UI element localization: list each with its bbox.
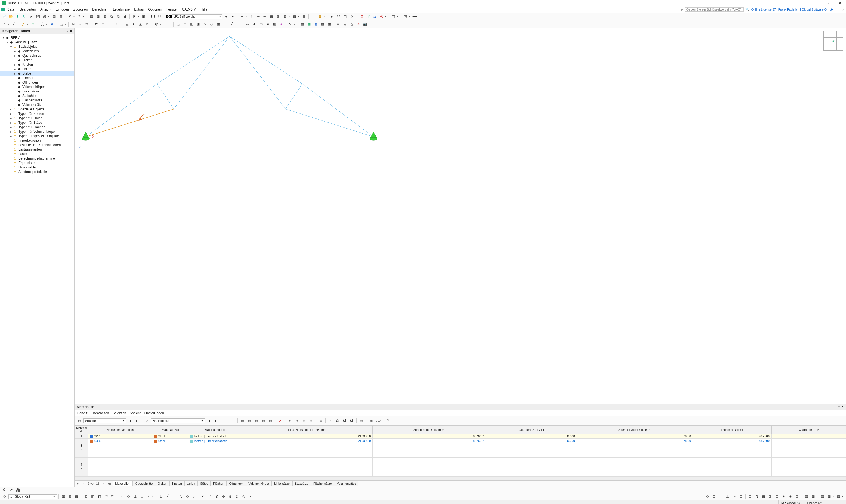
render2-icon[interactable]: ◳ (402, 13, 409, 20)
tree-item[interactable]: ▸🗀Typen für Volumenkörper (0, 129, 74, 134)
tab-querschnitte[interactable]: Querschnitte (133, 481, 155, 486)
lt8-icon[interactable]: ⇤ (287, 418, 293, 424)
tree-item[interactable]: ▸🗀Typen für spezielle Objekte (0, 134, 74, 138)
rotate-tool-icon[interactable]: ↻ (84, 21, 90, 27)
lt-fx-icon[interactable]: fx (335, 418, 341, 424)
col-nr[interactable]: Material Nr. (75, 426, 88, 434)
copy-icon[interactable]: ⎘ (28, 13, 34, 20)
tab-volumenkörper[interactable]: Volumenkörper (246, 481, 272, 486)
render1-icon[interactable]: ◫ (390, 13, 396, 20)
redo-icon[interactable]: ↷ (76, 13, 83, 20)
lt9-icon[interactable]: ⇥ (294, 418, 300, 424)
tree-file[interactable]: 2422.rf6 | Test (15, 40, 37, 44)
basis-select[interactable]: Basisobjekte▾ (151, 418, 205, 423)
tree-root[interactable]: RFEM (11, 36, 20, 40)
snap14-icon[interactable]: ⊙ (220, 493, 227, 500)
tab-stäbe[interactable]: Stäbe (198, 481, 211, 486)
opening-icon[interactable]: ◯ (39, 21, 45, 27)
bt4-icon[interactable]: ⊡ (83, 493, 89, 500)
snap16-icon[interactable]: ⊗ (234, 493, 240, 500)
tree-item-linien[interactable]: ▸◆Linien (0, 67, 74, 71)
material-grid[interactable]: Material Nr. Name des Materials Material… (75, 426, 846, 476)
tab-prev-icon[interactable]: ◂ (81, 482, 86, 486)
bt6-icon[interactable]: ◧ (96, 493, 102, 500)
bt-r9-icon[interactable]: ⊞ (760, 493, 767, 500)
lt-fx3-icon[interactable]: fẋ (348, 418, 355, 424)
check4-icon[interactable]: ✕ (355, 21, 362, 27)
bt-r6-icon[interactable]: ⊡ (738, 493, 744, 500)
lower-close-icon[interactable]: ✕ (841, 405, 844, 409)
mesh2-icon[interactable]: ▦ (306, 21, 312, 27)
tool-m7-icon[interactable]: ⊥ (222, 21, 228, 27)
bt3-icon[interactable]: ⊟ (73, 493, 79, 500)
snap10-icon[interactable]: ↗ (191, 493, 197, 500)
load-n7-icon[interactable]: ● (278, 21, 284, 27)
snap8-icon[interactable]: ╲ (178, 493, 184, 500)
lt-num-icon[interactable]: 0.00 (375, 418, 381, 424)
loads1-icon[interactable]: ⬇⬇ (150, 13, 156, 20)
tree-item[interactable]: 🗀Lastfälle und Kombinationen (0, 143, 74, 147)
snap12-icon[interactable]: ◠ (207, 493, 213, 500)
keyword-search[interactable]: Geben Sie ein Schlüsselwort ein (Alt+Q) (685, 7, 744, 12)
panel-close-icon[interactable]: ✕ (70, 29, 72, 33)
bt2-icon[interactable]: ⊞ (67, 493, 73, 500)
snap5-icon[interactable]: ⟋ (146, 493, 152, 500)
bt-r5-icon[interactable]: 〜 (731, 493, 737, 500)
tree-item-stabsätze[interactable]: ◆Stabsätze (0, 94, 74, 98)
window1-icon[interactable]: ⧉ (108, 13, 114, 20)
lt12-icon[interactable]: ▭ (318, 418, 324, 424)
bt5-icon[interactable]: ◫ (89, 493, 95, 500)
close-button[interactable]: ✕ (833, 0, 846, 6)
lmenu-einstellungen[interactable]: Einstellungen (144, 411, 164, 415)
tab-stabsätze[interactable]: Stabsätze (292, 481, 311, 486)
bt-r12-icon[interactable]: ✦ (780, 493, 787, 500)
loadcase-select[interactable]: LF1 Self-weight▾ (172, 14, 222, 19)
mesh5-icon[interactable]: ▦ (326, 21, 332, 27)
grid-h-scrollbar[interactable] (75, 476, 846, 480)
menu-hilfe[interactable]: Hilfe (198, 7, 210, 12)
load-n2-icon[interactable]: ⇊ (245, 21, 251, 27)
zoom-fit-icon[interactable]: ⛶ (310, 13, 316, 20)
load-n1-icon[interactable]: — (238, 21, 244, 27)
tab-öffnungen[interactable]: Öffnungen (227, 481, 246, 486)
menu-einfügen[interactable]: Einfügen (53, 7, 71, 12)
tool-c-icon[interactable]: ⇥ (255, 13, 261, 20)
lf-prev-icon[interactable]: ◂ (223, 13, 229, 20)
col-alpha[interactable]: Wärmede α [1/ (771, 426, 846, 434)
bt-r2-icon[interactable]: ⊡ (711, 493, 717, 500)
tree-item-dicken[interactable]: ◆Dicken (0, 58, 74, 62)
tool-h-icon[interactable]: ⊞ (301, 13, 307, 20)
print-icon[interactable]: 🖨 (41, 13, 48, 20)
lt-sheet-icon[interactable]: ▦ (358, 418, 364, 424)
mirror-tool-icon[interactable]: ⇄ (93, 21, 99, 27)
tree-item-volumensätze[interactable]: ◆Volumensätze (0, 103, 74, 107)
tool-m1-icon[interactable]: ▭ (182, 21, 188, 27)
table-row[interactable]: 5 (75, 453, 846, 457)
select-icon[interactable]: ⬚ (175, 21, 181, 27)
bt7-icon[interactable]: ⬚ (103, 493, 109, 500)
tree-item[interactable]: ▸🗀Typen für Linien (0, 116, 74, 121)
table-row[interactable]: 4 (75, 448, 846, 453)
support3-icon[interactable]: ◬ (137, 21, 143, 27)
del-tool-icon[interactable]: ▭ (100, 21, 106, 27)
camera-tool-icon[interactable]: 📷 (362, 21, 368, 27)
menu-fenster[interactable]: Fenster (164, 7, 180, 12)
table-row[interactable]: 1S235StahlIsotrop | Linear elastisch2100… (75, 434, 846, 438)
lt4-icon[interactable]: ▦ (247, 418, 253, 424)
tree-item-volumenkörper[interactable]: ◆Volumenkörper (0, 85, 74, 89)
view-3d-icon[interactable]: ⬚ (336, 13, 342, 20)
member-icon[interactable]: ╱ (20, 21, 26, 27)
hinge-icon[interactable]: ○ (144, 21, 150, 27)
lt7-icon[interactable]: ▦ (267, 418, 273, 424)
copy-tool-icon[interactable]: ⎘ (70, 21, 76, 27)
flag-icon[interactable]: ⚑ (131, 13, 137, 20)
table-row[interactable]: 6 (75, 457, 846, 462)
tool-m6-icon[interactable]: ▦ (215, 21, 221, 27)
coord-system-select[interactable]: 1 - Global XYZ▾ (8, 494, 57, 499)
tool-e-icon[interactable]: ⊞ (269, 13, 275, 20)
bt-r16-icon[interactable]: ▦ (810, 493, 816, 500)
table-row[interactable]: 7 (75, 462, 846, 467)
view-persp-icon[interactable]: ◊ (349, 13, 355, 20)
snap3-icon[interactable]: ⊥ (132, 493, 138, 500)
camera-icon[interactable]: 🎥 (15, 487, 21, 493)
